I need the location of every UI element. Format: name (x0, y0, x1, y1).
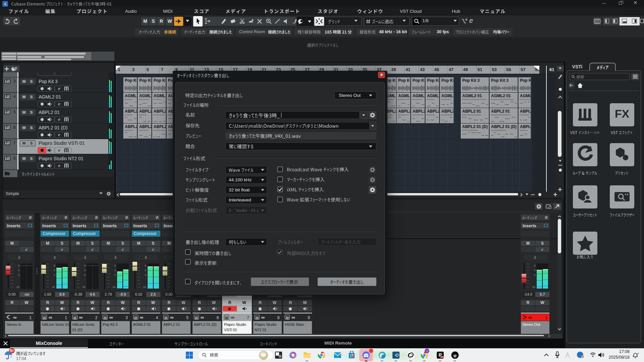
svg-text:φ: φ (453, 353, 457, 358)
svg-text:z: z (638, 352, 639, 354)
svg-text:NT2: NT2 (440, 356, 444, 358)
